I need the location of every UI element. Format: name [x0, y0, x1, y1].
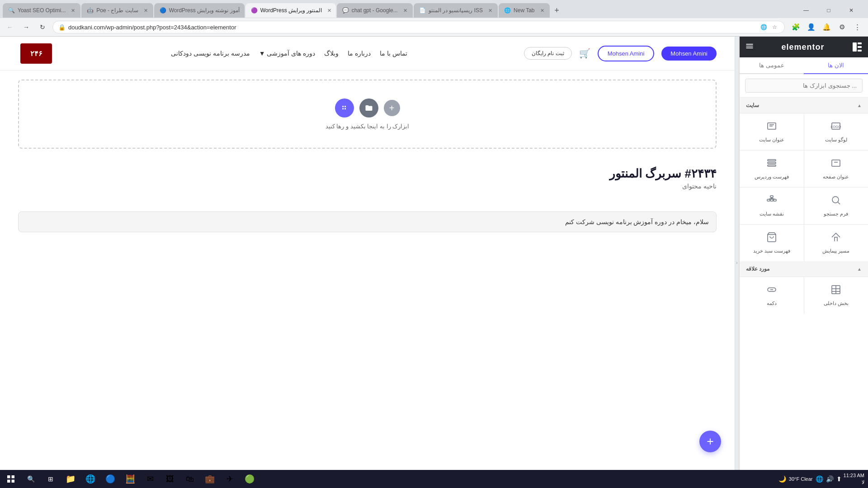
app-icon-9[interactable]: 🟢 — [241, 470, 259, 488]
nav-school[interactable]: مدرسه برنامه نویسی دودکانی — [171, 50, 250, 57]
browser-tab-1[interactable]: 🔍 Yoast SEO Optimi... ✕ — [3, 3, 80, 18]
network-icon: 🌐 — [816, 475, 823, 483]
widget-inner-section[interactable]: بخش داخلی — [804, 277, 868, 314]
tab-close-5[interactable]: ✕ — [403, 8, 407, 14]
widget-search-input[interactable] — [745, 79, 863, 93]
site-widgets-grid: عنوان سایت LOGO لوگو سایت فهرست وردپرس — [740, 113, 868, 261]
site-logo: ۲۴۶ — [18, 42, 54, 65]
svg-rect-43 — [12, 480, 14, 483]
tab-general[interactable]: عمومی ها — [740, 57, 804, 73]
site-section-arrow: ▲ — [857, 103, 862, 108]
drop-zone[interactable]: + ابزارک را به اینجا بکشید و رها کنید — [18, 80, 717, 149]
btn-mohsen-1[interactable]: Mohsen Amini — [661, 47, 717, 61]
calculator-icon[interactable]: 🧮 — [121, 470, 139, 488]
start-button[interactable] — [2, 470, 20, 488]
site-section-label: سایت — [746, 102, 759, 108]
chrome-icon[interactable]: 🔵 — [101, 470, 119, 488]
toolbar-icons: 🧩 👤 🔔 ⚙ ⋮ — [788, 20, 864, 34]
browser-tab-4[interactable]: 🟣 WordPress المنتور ویرایش ✕ — [245, 3, 336, 18]
reload-button[interactable]: ↻ — [36, 21, 49, 33]
teams-icon[interactable]: 💼 — [201, 470, 219, 488]
tab-close-7[interactable]: ✕ — [540, 8, 544, 14]
browser-tab-5[interactable]: 💬 chat gpt - Google... ✕ — [337, 3, 413, 18]
store-icon[interactable]: 🛍 — [181, 470, 199, 488]
maximize-button[interactable]: □ — [818, 3, 839, 18]
svg-rect-21 — [774, 199, 776, 201]
minimize-button[interactable]: — — [796, 3, 816, 18]
address-bar-row: ← → ↻ 🔒 doudkani.com/wp-admin/post.php?p… — [0, 18, 868, 36]
site-logo-label: لوگو سایت — [825, 137, 847, 143]
new-tab-button[interactable]: + — [551, 4, 563, 17]
widget-site-logo[interactable]: LOGO لوگو سایت — [804, 113, 868, 150]
sitemap-label: نقشه سایت — [760, 211, 784, 217]
photos-icon[interactable]: 🖼 — [161, 470, 179, 488]
tab-close-2[interactable]: ✕ — [144, 8, 148, 14]
back-button[interactable]: ← — [4, 21, 16, 33]
notifications-icon[interactable]: 🔔 — [819, 20, 834, 34]
nav-courses-dropdown[interactable]: دوره های آموزشی ▼ — [259, 50, 316, 57]
tab-close-1[interactable]: ✕ — [71, 8, 75, 14]
nav-blog[interactable]: وبلاگ — [324, 50, 339, 57]
widget-page-title[interactable]: عنوان صفحه — [804, 150, 868, 187]
tab-bar: 🔍 Yoast SEO Optimi... ✕ 🤖 Poe - سایت طرا… — [0, 0, 868, 18]
browser-chrome: 🔍 Yoast SEO Optimi... ✕ 🤖 Poe - سایت طرا… — [0, 0, 868, 37]
nav-contact[interactable]: تماس با ما — [380, 50, 407, 57]
widget-nav-menu[interactable]: فهرست وردپرس — [740, 150, 804, 187]
forward-button[interactable]: → — [20, 21, 33, 33]
tab-label-7: New Tab — [514, 7, 534, 14]
tab-close-4[interactable]: ✕ — [327, 8, 331, 14]
widget-button[interactable]: دکمه — [740, 277, 804, 314]
widget-cart[interactable]: فهرست سبد خرید — [740, 225, 804, 261]
bookmark-icon[interactable]: ☆ — [770, 23, 779, 32]
navigation-icon — [830, 232, 841, 245]
tab-label-3: WordPress آموز نوشته ویرایش — [169, 7, 240, 14]
elementor-panel-header: elementor — [740, 37, 868, 57]
tab-elements[interactable]: الان ها — [804, 57, 868, 74]
register-button[interactable]: ثبت نام رایگان — [524, 47, 572, 60]
tab-favicon-5: 💬 — [342, 7, 349, 14]
browser-tab-6[interactable]: 📄 ریسپانسیو در المنتو ISS ✕ — [414, 3, 498, 18]
close-button[interactable]: ✕ — [841, 3, 862, 18]
nav-about[interactable]: درباره ما — [348, 50, 371, 57]
search-taskbar-btn[interactable]: 🔍 — [22, 470, 40, 488]
profile-icon[interactable]: 👤 — [804, 20, 818, 34]
related-section-title[interactable]: ▲ مورد علاقه — [740, 261, 868, 277]
address-bar[interactable]: 🔒 doudkani.com/wp-admin/post.php?post=24… — [52, 21, 785, 33]
panel-resize-handle[interactable]: › — [735, 37, 739, 488]
task-view-btn[interactable]: ⊞ — [42, 470, 60, 488]
site-logo-icon: LOGO — [830, 121, 841, 134]
edge-icon[interactable]: 🌐 — [81, 470, 99, 488]
svg-rect-42 — [7, 480, 10, 483]
file-explorer-icon[interactable]: 📁 — [61, 470, 80, 488]
nav-menu-icon — [766, 158, 777, 171]
add-widget-icon[interactable]: + — [384, 100, 400, 116]
widget-navigation[interactable]: مسیر پیمایش — [804, 225, 868, 261]
page-content: Mohsen Amini Mohsen Amini 🛒 ثبت نام رایگ… — [0, 37, 735, 488]
tab-close-6[interactable]: ✕ — [488, 8, 492, 14]
cart-icon[interactable]: 🛒 — [579, 48, 590, 59]
widget-sitemap[interactable]: نقشه سایت — [740, 188, 804, 224]
extensions-icon[interactable]: 🧩 — [788, 20, 803, 34]
panel-menu-button[interactable] — [745, 42, 754, 53]
up-arrow-icon: ⬆ — [836, 475, 842, 483]
related-section-arrow: ▲ — [857, 267, 862, 272]
related-section-label: مورد علاقه — [746, 266, 769, 272]
site-section-title[interactable]: ▲ سایت — [740, 98, 868, 113]
fab-button[interactable] — [699, 431, 721, 452]
browser-tab-3[interactable]: 🔵 WordPress آموز نوشته ویرایش ✕ — [154, 3, 245, 18]
svg-line-26 — [838, 202, 840, 205]
tab-label-4: WordPress المنتور ویرایش — [260, 7, 322, 14]
browser-tab-2[interactable]: 🤖 Poe - سایت طراح ✕ — [81, 3, 153, 18]
svg-rect-6 — [858, 46, 862, 48]
chat-box: سلام، میخام در دوره آموزش برنامه نویسی ش… — [18, 211, 717, 232]
browser-tab-7[interactable]: 🌐 New Tab ✕ — [499, 3, 549, 18]
widget-site-title[interactable]: عنوان سایت — [740, 113, 804, 150]
settings-icon[interactable]: ⚙ — [835, 20, 849, 34]
telegram-icon[interactable]: ✈ — [221, 470, 239, 488]
btn-mohsen-2[interactable]: Mohsen Amini — [598, 46, 655, 61]
widget-search-form[interactable]: فرم جستجو — [804, 188, 868, 224]
battery-icon: 🌙 — [778, 475, 786, 483]
translate-icon[interactable]: 🌐 — [759, 23, 768, 32]
mail-icon[interactable]: ✉ — [141, 470, 159, 488]
browser-menu-icon[interactable]: ⋮ — [850, 20, 864, 34]
